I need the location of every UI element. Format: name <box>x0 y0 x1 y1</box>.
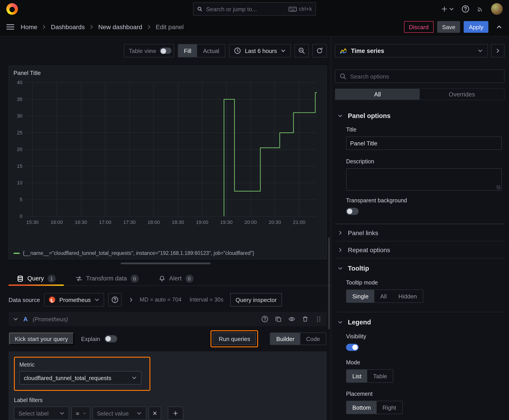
description-textarea[interactable] <box>346 168 502 191</box>
table-view-toggle[interactable] <box>160 48 171 54</box>
prometheus-query-builder: Metric cloudflared_tunnel_total_requests… <box>8 351 327 420</box>
actual-option[interactable]: Actual <box>197 45 225 57</box>
editor-tabs: Query 1 Transform data 0 Alert 0 <box>8 271 331 286</box>
repeat-options-section[interactable]: Repeat options <box>335 241 504 258</box>
legend-header[interactable]: Legend <box>335 319 504 326</box>
remove-filter-button[interactable] <box>149 406 161 420</box>
apply-button[interactable]: Apply <box>464 21 488 33</box>
chart-legend: {__name__="cloudflared_tunnel_total_requ… <box>13 249 323 256</box>
placement-right[interactable]: Right <box>377 401 402 414</box>
drag-handle-icon[interactable] <box>315 315 322 323</box>
select-label-dropdown[interactable]: Select label <box>14 406 69 420</box>
collapse-options-icon[interactable] <box>128 297 134 302</box>
tooltip-mode-hidden[interactable]: Hidden <box>393 290 423 302</box>
global-search-input[interactable] <box>206 6 285 12</box>
discard-button[interactable]: Discard <box>404 21 433 33</box>
collapse-sidebar-button[interactable] <box>491 44 504 57</box>
query-inspector-button[interactable]: Query inspector <box>230 293 282 307</box>
breadcrumb-dashboards[interactable]: Dashboards <box>51 23 85 30</box>
legend-mode-table[interactable]: Table <box>367 370 393 382</box>
transparent-background-toggle[interactable] <box>346 208 359 215</box>
panel-actions: Discard Save Apply <box>404 21 503 33</box>
search-options-box[interactable] <box>335 69 504 83</box>
trash-icon[interactable] <box>302 315 309 323</box>
chevron-down-icon <box>338 320 343 325</box>
refresh-button[interactable] <box>312 44 327 57</box>
save-button[interactable]: Save <box>437 21 460 33</box>
time-range-picker[interactable]: Last 6 hours <box>229 44 291 57</box>
builder-code-switch: Builder Code <box>270 332 326 345</box>
clock-icon <box>234 47 241 54</box>
metric-value: cloudflared_tunnel_total_requests <box>24 375 111 381</box>
explain-toggle[interactable] <box>105 335 117 342</box>
search-options-input[interactable] <box>350 73 500 80</box>
add-filter-button[interactable] <box>168 406 183 420</box>
eye-icon[interactable] <box>288 315 295 323</box>
query-row-header[interactable]: A (Prometheus) <box>8 312 327 326</box>
duplicate-icon[interactable] <box>275 315 282 323</box>
global-search[interactable]: ctrl+k <box>193 2 316 16</box>
hamburger-menu-icon[interactable] <box>6 24 14 30</box>
panel-links-section[interactable]: Panel links <box>335 224 504 241</box>
chevron-down-icon <box>94 297 100 302</box>
datasource-picker[interactable]: Prometheus <box>44 293 104 307</box>
timeseries-chart[interactable]: 051015202530354015:3016:0016:3017:0017:3… <box>13 78 319 236</box>
help-icon <box>111 296 119 303</box>
tooltip-mode-single[interactable]: Single <box>347 290 374 302</box>
tab-query[interactable]: Query 1 <box>8 271 64 285</box>
tooltip-mode-all[interactable]: All <box>374 290 393 302</box>
select-value-dropdown[interactable]: Select value <box>92 406 146 420</box>
kick-start-button[interactable]: Kick start your query <box>9 332 74 345</box>
metric-select[interactable]: cloudflared_tunnel_total_requests <box>19 371 141 384</box>
chevron-down-icon[interactable] <box>13 316 18 322</box>
legend-mode-list[interactable]: List <box>347 370 367 382</box>
help-icon[interactable] <box>261 315 268 323</box>
visualization-picker[interactable]: Time series <box>335 44 488 57</box>
visibility-label: Visibility <box>346 333 502 340</box>
tab-overrides[interactable]: Overrides <box>420 89 504 100</box>
table-view-label: Table view <box>129 47 156 54</box>
help-button[interactable] <box>461 5 470 13</box>
breadcrumb-new-dashboard[interactable]: New dashboard <box>98 23 142 30</box>
news-button[interactable] <box>477 5 484 13</box>
grafana-logo-icon[interactable] <box>6 3 18 15</box>
chevron-right-icon <box>42 24 47 30</box>
operator-dropdown[interactable]: = <box>71 406 90 420</box>
explain-control: Explain <box>81 335 117 342</box>
breadcrumb-home[interactable]: Home <box>21 23 38 30</box>
divider <box>335 312 504 312</box>
fill-actual-switch: Fill Actual <box>177 44 226 57</box>
zoom-out-button[interactable] <box>295 44 309 57</box>
panel-resize-handle[interactable] <box>121 262 210 264</box>
search-shortcut: ctrl+k <box>289 6 312 12</box>
series-swatch[interactable] <box>14 252 20 254</box>
main-scrollbar[interactable] <box>328 237 330 329</box>
nav-bar: Home Dashboards New dashboard Edit panel… <box>0 18 509 36</box>
add-menu-button[interactable] <box>441 5 454 13</box>
run-queries-button[interactable]: Run queries <box>213 332 256 345</box>
user-avatar[interactable] <box>491 3 503 15</box>
series-label[interactable]: {__name__="cloudflared_tunnel_total_requ… <box>23 250 254 256</box>
panel-title: Panel Title <box>13 69 323 78</box>
panel-title-input[interactable] <box>346 136 502 150</box>
tab-alert[interactable]: Alert 0 <box>150 271 202 285</box>
visualization-row: Time series <box>335 44 504 57</box>
svg-text:17:30: 17:30 <box>123 219 136 225</box>
legend-mode-switch: List Table <box>346 369 393 383</box>
panel-options-header[interactable]: Panel options <box>335 112 504 119</box>
placement-bottom[interactable]: Bottom <box>347 401 377 414</box>
tab-transform-data[interactable]: Transform data 0 <box>67 271 147 285</box>
tab-alert-label: Alert <box>169 275 182 282</box>
tab-all[interactable]: All <box>335 89 420 100</box>
datasource-help-button[interactable] <box>108 293 122 307</box>
chevron-up-icon[interactable] <box>495 23 503 30</box>
query-row-actions <box>261 315 322 323</box>
builder-option[interactable]: Builder <box>270 333 300 345</box>
code-option[interactable]: Code <box>300 333 326 345</box>
datasource-row: Data source Prometheus MD = auto = 704 I… <box>8 293 327 307</box>
fill-option[interactable]: Fill <box>178 45 197 57</box>
visibility-toggle[interactable] <box>346 344 359 351</box>
chevron-down-icon <box>338 266 343 271</box>
rss-icon <box>477 5 484 13</box>
tooltip-header[interactable]: Tooltip <box>335 265 504 272</box>
